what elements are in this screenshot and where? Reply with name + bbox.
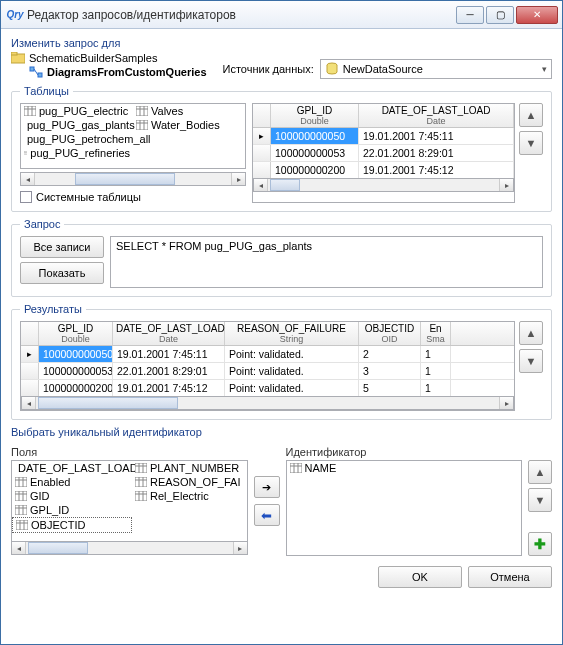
table-item[interactable]: pug_PUG_electric — [21, 104, 133, 118]
identifier-listbox[interactable]: NAME — [286, 460, 523, 556]
move-up-button[interactable]: ▲ — [528, 460, 552, 484]
dialog-window: Qry Редактор запросов/идентификаторов ─ … — [0, 0, 563, 645]
table-row[interactable]: 10000000020019.01.2001 7:45:12 — [253, 162, 514, 179]
maximize-button[interactable]: ▢ — [486, 6, 514, 24]
scroll-thumb[interactable] — [28, 542, 88, 554]
field-item[interactable]: GPL_ID — [12, 503, 132, 517]
scroll-left-icon[interactable]: ◂ — [22, 397, 36, 409]
table-item[interactable]: pug_PUG_petrochem_all — [21, 132, 133, 146]
system-tables-checkbox[interactable] — [20, 191, 32, 203]
table-item[interactable]: Water_Bodies — [133, 118, 245, 132]
cell: 100000000200 — [39, 380, 113, 396]
svg-rect-46 — [16, 520, 28, 530]
remove-field-button[interactable]: ⬅ — [254, 504, 280, 526]
svg-rect-18 — [24, 152, 27, 155]
svg-rect-54 — [135, 477, 147, 487]
add-field-button[interactable]: ➔ — [254, 476, 280, 498]
row-handle[interactable]: ▸ — [253, 128, 271, 144]
close-button[interactable]: ✕ — [516, 6, 558, 24]
table-row[interactable]: 10000000005322.01.2001 8:29:01Point: val… — [21, 363, 514, 380]
fields-label: Поля — [11, 446, 248, 458]
field-item[interactable]: PLANT_NUMBER — [132, 461, 248, 475]
field-item[interactable]: Enabled — [12, 475, 132, 489]
move-up-button[interactable]: ▲ — [519, 103, 543, 127]
svg-rect-2 — [30, 67, 34, 71]
svg-rect-6 — [24, 106, 36, 116]
row-handle[interactable] — [253, 162, 271, 178]
field-item[interactable]: DATE_OF_LAST_LOAD — [12, 461, 132, 475]
move-down-button[interactable]: ▼ — [519, 349, 543, 373]
cell: 22.01.2001 8:29:01 — [113, 363, 225, 379]
cell: 1 — [421, 380, 451, 396]
query-fieldset: Запрос Все записи Показать SELECT * FROM… — [11, 218, 552, 297]
scroll-thumb[interactable] — [75, 173, 175, 185]
results-legend: Результаты — [20, 303, 86, 315]
cell: Point: validated. — [225, 346, 359, 362]
show-button[interactable]: Показать — [20, 262, 104, 284]
identifier-item[interactable]: NAME — [287, 461, 407, 475]
table-item-label: Valves — [151, 105, 183, 117]
scroll-right-icon[interactable]: ▸ — [499, 397, 513, 409]
all-records-button[interactable]: Все записи — [20, 236, 104, 258]
scroll-thumb[interactable] — [270, 179, 300, 191]
fields-listbox[interactable]: DATE_OF_LAST_LOADEnabledGIDGPL_IDOBJECTI… — [11, 460, 248, 542]
scroll-left-icon[interactable]: ◂ — [12, 542, 26, 554]
table-preview-grid[interactable]: GPL_IDDouble DATE_OF_LAST_LOADDate ▸1000… — [252, 103, 515, 203]
svg-rect-38 — [15, 491, 27, 501]
plus-icon: ✚ — [534, 536, 546, 552]
svg-rect-42 — [15, 505, 27, 515]
identifier-heading: Выбрать уникальный идентификатор — [11, 426, 552, 438]
row-handle[interactable] — [21, 363, 39, 379]
move-down-button[interactable]: ▼ — [528, 488, 552, 512]
svg-rect-1 — [11, 52, 17, 55]
table-item[interactable]: pug_PUG_gas_plants — [21, 118, 133, 132]
svg-rect-26 — [136, 120, 148, 130]
field-item-label: REASON_OF_FAI — [150, 476, 240, 488]
ok-button[interactable]: OK — [378, 566, 462, 588]
field-item[interactable]: REASON_OF_FAI — [132, 475, 248, 489]
datasource-select[interactable]: NewDataSource ▾ — [320, 59, 552, 79]
cell: 19.01.2001 7:45:12 — [113, 380, 225, 396]
app-icon: Qry — [7, 7, 23, 23]
field-item-label: GPL_ID — [30, 504, 69, 516]
move-down-button[interactable]: ▼ — [519, 131, 543, 155]
tables-listbox[interactable]: pug_PUG_electricpug_PUG_gas_plantspug_PU… — [20, 103, 246, 169]
query-textarea[interactable]: SELECT * FROM pug_PUG_gas_plants — [110, 236, 543, 288]
table-item[interactable]: Valves — [133, 104, 245, 118]
row-handle[interactable]: ▸ — [21, 346, 39, 362]
table-row[interactable]: ▸10000000005019.01.2001 7:45:11Point: va… — [21, 346, 514, 363]
cell: 1 — [421, 363, 451, 379]
svg-rect-62 — [290, 463, 302, 473]
results-fieldset: Результаты GPL_IDDoubleDATE_OF_LAST_LOAD… — [11, 303, 552, 420]
scroll-left-icon[interactable]: ◂ — [21, 173, 35, 185]
scroll-right-icon[interactable]: ▸ — [499, 179, 513, 191]
cell-gplid: 100000000053 — [271, 145, 359, 161]
window-title: Редактор запросов/идентификаторов — [27, 8, 456, 22]
scroll-thumb[interactable] — [38, 397, 178, 409]
titlebar[interactable]: Qry Редактор запросов/идентификаторов ─ … — [1, 1, 562, 29]
scroll-right-icon[interactable]: ▸ — [233, 542, 247, 554]
field-item[interactable]: GID — [12, 489, 132, 503]
scroll-left-icon[interactable]: ◂ — [254, 179, 268, 191]
row-handle[interactable] — [253, 145, 271, 161]
table-row[interactable]: 10000000020019.01.2001 7:45:12Point: val… — [21, 380, 514, 397]
add-identifier-button[interactable]: ✚ — [528, 532, 552, 556]
field-item[interactable]: Rel_Electric — [132, 489, 248, 503]
row-handle[interactable] — [21, 380, 39, 396]
results-grid[interactable]: GPL_IDDoubleDATE_OF_LAST_LOADDateREASON_… — [20, 321, 515, 411]
table-row[interactable]: ▸10000000005019.01.2001 7:45:11 — [253, 128, 514, 145]
field-item[interactable]: OBJECTID — [12, 517, 132, 533]
scroll-right-icon[interactable]: ▸ — [231, 173, 245, 185]
preview-hscrollbar[interactable]: ◂ ▸ — [253, 178, 514, 192]
minimize-button[interactable]: ─ — [456, 6, 484, 24]
tables-hscrollbar[interactable]: ◂ ▸ — [20, 172, 246, 186]
table-item-label: pug_PUG_gas_plants — [27, 119, 135, 131]
table-item[interactable]: pug_PUG_refineries — [21, 146, 133, 160]
tree-root[interactable]: SchematicBuilderSamples — [11, 51, 207, 65]
results-hscrollbar[interactable]: ◂ ▸ — [21, 396, 514, 410]
tree-child[interactable]: DiagramsFromCustomQueries — [11, 65, 207, 79]
cancel-button[interactable]: Отмена — [468, 566, 552, 588]
table-row[interactable]: 10000000005322.01.2001 8:29:01 — [253, 145, 514, 162]
fields-hscrollbar[interactable]: ◂ ▸ — [11, 541, 248, 555]
move-up-button[interactable]: ▲ — [519, 321, 543, 345]
